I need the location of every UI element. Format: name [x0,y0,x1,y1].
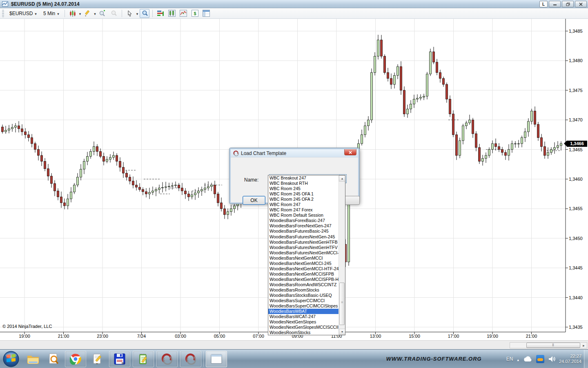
restore-button[interactable] [562,1,574,7]
onedrive-cloud-icon[interactable] [523,356,532,362]
list-item[interactable]: WoodiesBarsNextGenMCCI-245 [268,261,339,266]
list-item[interactable]: WBC Room 247 Forex [268,207,339,213]
time-tick-label: 21:00 [526,334,537,339]
show-desktop-button[interactable] [584,350,588,368]
time-tick-label: 21:00 [58,334,69,339]
toolbar-grip[interactable] [2,10,4,17]
list-item[interactable]: WoodiesBarsNextGenMCCI-HTF-24 [268,266,339,272]
weather-tray-icon[interactable] [536,355,544,363]
dollar-account-icon[interactable]: $ [190,9,200,18]
price-tick-label: 1,3455 [569,206,588,211]
list-item[interactable]: WoodiesBarsWCAT-247 [268,314,339,319]
zoom-window-icon[interactable] [140,9,149,18]
explorer-taskbar-icon[interactable] [24,351,42,367]
list-item[interactable]: WoodiesBarsNextGenMCCISFPB [268,272,339,277]
bar-type-caret[interactable] [79,11,81,16]
scroll-up-icon[interactable]: ▲ [339,175,345,182]
floppy-save-taskbar-icon[interactable]: 64 [109,351,130,367]
time-tick-label: 03:00 [175,334,186,339]
time-tick-label: 17:00 [448,334,459,339]
scrollbar-thumb[interactable] [526,343,580,348]
draw-caret[interactable] [94,11,96,16]
list-item[interactable]: WoodiesBarsForexBasic-247 [268,218,339,223]
list-item[interactable]: WoodiesNextGenSlopes [268,319,339,325]
ok-button[interactable]: OK [243,196,265,205]
dialog-close-button[interactable] [344,149,356,155]
data-grid-icon[interactable] [201,9,211,18]
ninjatrader-taskbar-icon-1[interactable] [156,351,178,367]
list-item[interactable]: WoodiesBarsFuturesNextGenMCCI- [268,250,339,256]
list-item[interactable]: WoodiesBarsNextGenMCCI [268,256,339,261]
scrollbar-right-arrow-icon[interactable] [581,343,587,348]
list-item[interactable]: WoodiesBarsRoomAndWSCCINTZ [268,282,339,287]
notepad-taskbar-icon[interactable] [89,351,107,367]
list-item[interactable]: WoodiesNextGenSlopesMCCISCCII [268,325,339,330]
last-price-tag: 1,3466 [567,141,587,147]
cursor-tool-icon[interactable] [125,9,135,18]
list-scrollbar-thumb[interactable] [339,283,345,325]
time-tick-label: 19:00 [19,334,30,339]
tray-clock[interactable]: 22:27 24.07.2014 [559,354,581,364]
list-item[interactable]: WoodiesBarsNextGenMCCISFPB-H [268,277,339,282]
minimize-button[interactable] [549,1,561,7]
tray-expand-icon[interactable] [517,355,519,363]
list-item[interactable]: WoodiesBarsRoomStocks [268,287,339,293]
price-tick-label: 1,3450 [569,236,588,241]
instrument-label: $EURUSD [9,11,33,16]
list-item[interactable]: WoodiesBarsSuperCCIMCCISlopes [268,303,339,309]
chrome-taskbar-icon[interactable] [65,351,86,367]
list-item[interactable]: WoodiesBarsForexNextGen-247 [268,223,339,229]
list-item[interactable]: WoodiesBarsFuturesBasic-245 [268,229,339,234]
list-item[interactable]: WBC Room Default Session [268,213,339,218]
tray-date: 24.07.2014 [559,359,581,364]
list-item[interactable]: WoodiesBarsSuperCCIMCCI [268,298,339,303]
list-scrollbar[interactable]: ▲ ▼ [339,175,345,335]
list-item[interactable]: WoodiesRoomStocks [268,330,339,335]
svg-text:64: 64 [122,361,125,364]
price-levels-icon[interactable] [156,9,165,18]
price-tick-label: 1,3460 [569,176,588,182]
start-button[interactable] [2,350,20,368]
name-label: Name: [244,177,258,183]
link-button[interactable]: L [539,1,548,7]
list-item[interactable]: WoodiesBarsFuturesNextGen-245 [268,234,339,240]
bar-type-icon[interactable] [68,9,78,18]
line-chart-icon[interactable] [178,9,188,18]
price-tick-label: 1,3445 [569,265,588,271]
list-item[interactable]: WBC Room 245 OFA 2 [268,197,339,202]
time-tick-label: 13:00 [370,334,381,339]
system-tray: EN [506,355,556,363]
chart-toolbar: $EURUSD 5 Min [0,8,588,19]
list-item[interactable]: WBC Room 245 [268,186,339,191]
list-item[interactable]: WBC Breakout 247 [268,175,339,181]
copyright-text: © 2014 NinjaTrader, LLC [2,324,52,329]
zoom-in-icon[interactable] [98,9,107,18]
list-item[interactable]: WoodiesBarsFuturesNextGenHTFV [268,245,339,250]
scroll-down-icon[interactable]: ▼ [339,329,345,335]
list-item[interactable]: WoodiesBarsStocksBasic-USEQ [268,293,339,298]
zoom-out-icon[interactable] [109,9,119,18]
horizontal-scrollbar[interactable] [510,342,587,348]
chart-trader-icon[interactable] [167,9,177,18]
close-button[interactable] [575,1,587,7]
ninjatrader-taskbar-icon-2[interactable] [180,351,201,367]
list-item[interactable]: WBC Breakout RTH [268,181,339,186]
language-indicator[interactable]: EN [506,356,513,362]
cursor-caret[interactable] [136,11,138,16]
volume-icon[interactable] [548,356,556,362]
list-item-selected[interactable]: WoodiesBarsWBAT [268,309,339,314]
list-item[interactable]: WBC Room 247 [268,202,339,207]
search-taskbar-icon[interactable] [45,351,62,367]
draw-pencil-icon[interactable] [82,9,92,18]
dialog-titlebar[interactable]: Load Chart Template [231,149,358,157]
price-tick-label: 1,3485 [569,28,588,34]
instrument-selector[interactable]: $EURUSD [7,10,39,17]
template-dropdown-list[interactable]: WBC Breakout 247WBC Breakout RTHWBC Room… [268,175,345,335]
tray-time: 22:27 [559,354,581,359]
active-chart-window-taskbar-icon[interactable] [206,351,227,367]
list-item[interactable]: WoodiesBarsFuturesNextGenHTFB [268,240,339,245]
list-item[interactable]: WBC Room 245 OFA 1 [268,191,339,197]
svg-text:$: $ [194,11,196,16]
period-selector[interactable]: 5 Min [41,10,62,17]
notes-green-taskbar-icon[interactable] [133,351,154,367]
